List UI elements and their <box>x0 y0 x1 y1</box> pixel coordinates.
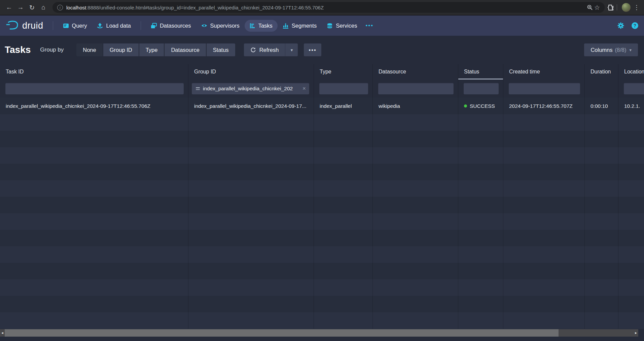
refresh-caret-button[interactable]: ▾ <box>285 43 298 56</box>
empty-cell <box>0 312 188 329</box>
column-header-group-id[interactable]: Group ID <box>188 64 314 80</box>
empty-cell <box>618 246 644 263</box>
empty-cell <box>618 296 644 312</box>
cell-datasource[interactable]: wikipedia <box>373 98 458 114</box>
browser-toolbar: ← → ↻ ⌂ i localhost:8888/unified-console… <box>0 0 644 16</box>
url-text: localhost:8888/unified-console.html#task… <box>66 5 587 10</box>
back-button[interactable]: ← <box>4 2 14 12</box>
empty-cell <box>585 263 618 279</box>
empty-cell <box>314 147 373 164</box>
cell-group-id[interactable]: index_parallel_wikipedia_chicnkei_2024-0… <box>188 98 314 114</box>
empty-table-row <box>0 246 644 263</box>
empty-cell <box>188 197 314 213</box>
columns-count: (8/8) <box>615 47 627 53</box>
empty-cell <box>503 230 585 246</box>
column-header-status[interactable]: Status <box>458 64 503 80</box>
group-by-status-button[interactable]: Status <box>207 43 235 56</box>
druid-logo[interactable]: druid <box>5 20 43 31</box>
home-button[interactable]: ⌂ <box>38 2 48 12</box>
cell-created-time[interactable]: 2024-09-17T12:46:55.707Z <box>503 98 585 114</box>
empty-cell <box>314 246 373 263</box>
nav-tab-tasks-label: Tasks <box>258 23 273 29</box>
status-filter-input[interactable] <box>464 83 499 94</box>
help-icon[interactable]: ? <box>631 22 639 29</box>
query-icon <box>63 23 69 29</box>
cell-status[interactable]: SUCCESS <box>458 98 503 114</box>
type-filter-input[interactable] <box>319 83 368 94</box>
cell-type[interactable]: index_parallel <box>314 98 373 114</box>
nav-tab-datasources-label: Datasources <box>160 23 191 29</box>
supervisors-eye-icon <box>201 23 207 28</box>
group-id-filter-input[interactable]: index_parallel_wikipedia_chicnkei_202 × <box>192 83 309 94</box>
forward-button[interactable]: → <box>15 2 26 12</box>
navbar-divider <box>141 21 141 30</box>
empty-cell <box>373 263 458 279</box>
column-header-type[interactable]: Type <box>314 64 373 80</box>
datasource-filter-input[interactable] <box>378 83 454 94</box>
empty-cell <box>314 312 373 329</box>
empty-cell <box>458 263 503 279</box>
nav-tab-segments-label: Segments <box>292 23 317 29</box>
table-row[interactable]: index_parallel_wikipedia_chicnkei_2024-0… <box>0 98 644 114</box>
site-info-icon[interactable]: i <box>57 5 63 10</box>
empty-cell <box>458 279 503 296</box>
columns-button[interactable]: Columns (8/8) ▾ <box>584 43 638 56</box>
cell-task-id[interactable]: index_parallel_wikipedia_chicnkei_2024-0… <box>0 98 188 114</box>
empty-cell <box>618 164 644 180</box>
profile-avatar[interactable] <box>622 3 631 12</box>
reload-button[interactable]: ↻ <box>27 2 37 12</box>
columns-caret-icon: ▾ <box>629 48 632 53</box>
nav-tab-datasources[interactable]: Datasources <box>146 20 196 32</box>
nav-tab-query[interactable]: Query <box>58 20 92 32</box>
nav-tab-load-data[interactable]: Load data <box>92 20 136 32</box>
empty-cell <box>188 312 314 329</box>
task-id-filter-input[interactable] <box>5 83 184 94</box>
created-time-filter-input[interactable] <box>509 83 580 94</box>
scroll-left-icon[interactable]: ◄ <box>0 331 5 335</box>
bookmark-star-icon[interactable]: ☆ <box>594 4 600 11</box>
clear-filter-icon[interactable]: × <box>302 85 306 92</box>
column-header-duration[interactable]: Duration <box>585 64 618 80</box>
empty-cell <box>503 279 585 296</box>
nav-tab-tasks[interactable]: Tasks <box>245 20 278 32</box>
settings-gear-icon[interactable] <box>617 22 624 29</box>
column-header-created-time[interactable]: Created time <box>503 64 585 80</box>
empty-table-row <box>0 230 644 246</box>
group-by-datasource-button[interactable]: Datasource <box>165 43 206 56</box>
location-filter-input[interactable] <box>624 83 644 94</box>
nav-tab-services[interactable]: Services <box>322 20 362 32</box>
empty-cell <box>585 131 618 147</box>
browser-menu-icon[interactable]: ⋮ <box>633 4 641 11</box>
nav-tab-supervisors[interactable]: Supervisors <box>196 20 245 32</box>
empty-cell <box>458 197 503 213</box>
group-by-none-button[interactable]: None <box>76 43 102 56</box>
cell-duration[interactable]: 0:00:10 <box>585 98 618 114</box>
horizontal-scrollbar[interactable]: ◄ ► <box>0 329 638 337</box>
empty-table-row <box>0 213 644 230</box>
more-actions-button[interactable]: ••• <box>304 43 321 56</box>
empty-table-row <box>0 197 644 213</box>
zoom-icon[interactable] <box>587 4 593 10</box>
empty-cell <box>458 164 503 180</box>
tasks-view-header: Tasks Group by None Group ID Type Dataso… <box>0 36 644 64</box>
empty-cell <box>188 164 314 180</box>
column-header-datasource[interactable]: Datasource <box>373 64 458 80</box>
scroll-right-icon[interactable]: ► <box>634 331 638 335</box>
cell-location[interactable]: 10.2.1. <box>618 98 644 114</box>
refresh-button-label: Refresh <box>259 47 279 53</box>
empty-cell <box>373 131 458 147</box>
group-by-group-id-button[interactable]: Group ID <box>103 43 139 56</box>
nav-tab-segments[interactable]: Segments <box>278 20 322 32</box>
column-header-location[interactable]: Location <box>618 64 644 80</box>
empty-table-row <box>0 131 644 147</box>
address-bar[interactable]: i localhost:8888/unified-console.html#ta… <box>52 2 605 13</box>
column-header-task-id[interactable]: Task ID <box>0 64 188 80</box>
nav-more-icon[interactable]: ••• <box>362 20 377 32</box>
refresh-button[interactable]: Refresh <box>244 43 285 56</box>
scrollbar-thumb[interactable] <box>5 329 559 337</box>
empty-cell <box>503 147 585 164</box>
group-by-type-button[interactable]: Type <box>139 43 164 56</box>
empty-cell <box>314 230 373 246</box>
extensions-icon[interactable] <box>607 4 614 11</box>
empty-cell <box>618 131 644 147</box>
